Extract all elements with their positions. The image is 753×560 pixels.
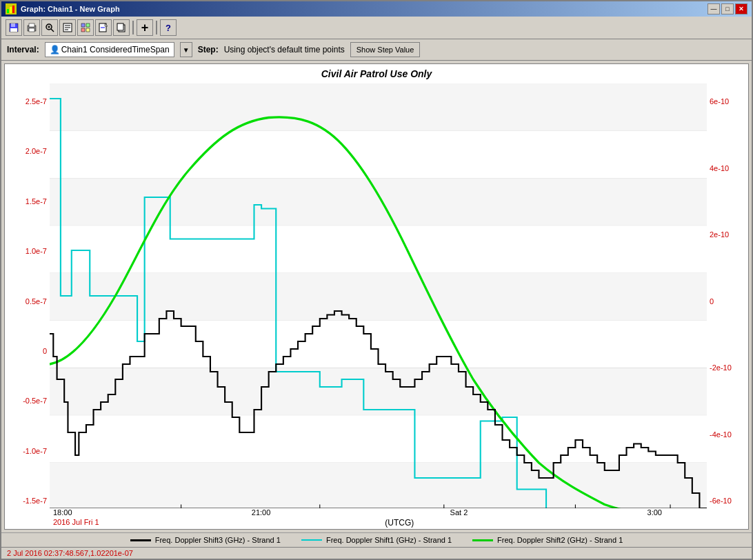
x-label-3: Sat 2	[450, 508, 468, 517]
svg-rect-2	[12, 6, 14, 13]
interval-dropdown-arrow[interactable]: ▼	[180, 42, 192, 57]
svg-rect-18	[86, 23, 90, 27]
status-bar: 2 Jul 2016 02:37:48.567,1.02201e-07	[1, 547, 752, 559]
svg-rect-19	[81, 28, 85, 32]
x-label-4: 3:00	[647, 508, 662, 517]
step-value: Using object's default time points	[224, 45, 345, 54]
svg-rect-37	[50, 368, 707, 415]
print-button[interactable]	[23, 19, 40, 36]
svg-rect-1	[10, 7, 12, 13]
add-button[interactable]: +	[137, 19, 153, 36]
x-axis-bottom: 2016 Jul Fri 1 (UTCG)	[5, 518, 748, 529]
interval-value: Chain1 ConsideredTimeSpan	[61, 45, 170, 54]
svg-rect-34	[50, 83, 707, 130]
date-left: 2016 Jul Fri 1	[53, 518, 99, 528]
close-button[interactable]: ✕	[735, 3, 747, 14]
legend-label-green: Freq. Doppler Shift2 (GHz) - Strand 1	[497, 536, 623, 544]
interval-bar: Interval: 👤 Chain1 ConsideredTimeSpan ▼ …	[1, 39, 752, 61]
legend-line-black	[130, 539, 151, 541]
y-axis-left: 2.5e-7 2.0e-7 1.5e-7 1.0e-7 0.5e-7 0 -0.…	[5, 83, 50, 508]
svg-rect-17	[81, 23, 85, 27]
legend-item-cyan: Freq. Doppler Shift1 (GHz) - Strand 1	[301, 536, 452, 544]
svg-rect-36	[50, 273, 707, 320]
svg-rect-20	[86, 28, 90, 32]
zoom-button[interactable]	[41, 19, 58, 36]
svg-rect-24	[117, 23, 123, 30]
x-label-1: 18:00	[53, 508, 72, 517]
toolbar-separator2	[156, 21, 157, 34]
title-bar: Graph: Chain1 - New Graph — □ ✕	[1, 1, 752, 17]
svg-rect-5	[10, 28, 17, 32]
save-button[interactable]	[6, 19, 22, 36]
legend-item-green: Freq. Doppler Shift2 (GHz) - Strand 1	[472, 536, 623, 544]
legend-line-green	[472, 539, 493, 541]
properties-button[interactable]	[59, 19, 76, 36]
help-button[interactable]: ?	[160, 19, 177, 36]
step-label: Step:	[198, 45, 219, 54]
minimize-button[interactable]: —	[707, 3, 720, 14]
svg-rect-7	[29, 23, 34, 27]
graph-area: Civil Air Patrol Use Only 2.5e-7 2.0e-7 …	[4, 63, 749, 530]
x-label-2: 21:00	[252, 508, 271, 517]
person-icon: 👤	[50, 45, 60, 54]
status-value: 2 Jul 2016 02:37:48.567,1.02201e-07	[7, 549, 133, 557]
window-title: Graph: Chain1 - New Graph	[21, 5, 120, 13]
svg-rect-35	[50, 179, 707, 226]
maximize-button[interactable]: □	[721, 3, 734, 14]
legend-bar: Freq. Doppler Shift3 (GHz) - Strand 1 Fr…	[1, 532, 752, 547]
interval-dropdown[interactable]: 👤 Chain1 ConsideredTimeSpan	[45, 42, 174, 57]
y-axis-right: 6e-10 4e-10 2e-10 0 -2e-10 -4e-10 -6e-10	[707, 83, 748, 508]
legend-label-black: Freq. Doppler Shift3 (GHz) - Strand 1	[155, 536, 281, 544]
title-bar-left: Graph: Chain1 - New Graph	[6, 3, 120, 14]
svg-rect-8	[29, 28, 34, 32]
title-bar-buttons: — □ ✕	[707, 3, 747, 14]
toolbar-separator	[132, 21, 134, 34]
utcg-label: (UTCG)	[385, 518, 414, 528]
legend-item-black: Freq. Doppler Shift3 (GHz) - Strand 1	[130, 536, 281, 544]
x-axis-labels: 18:00 21:00 Sat 2 3:00	[53, 508, 662, 517]
legend-label-cyan: Freq. Doppler Shift1 (GHz) - Strand 1	[326, 536, 452, 544]
export-button[interactable]	[95, 19, 112, 36]
legend-line-cyan	[301, 539, 322, 541]
interval-label: Interval:	[7, 45, 39, 54]
toolbar: + ?	[1, 17, 752, 39]
svg-rect-4	[11, 23, 15, 27]
graph-title: Civil Air Patrol Use Only	[5, 64, 748, 83]
graph-icon	[6, 3, 17, 14]
chart-container[interactable]	[50, 83, 707, 508]
main-chart[interactable]	[50, 83, 707, 508]
svg-rect-0	[7, 9, 9, 13]
svg-line-10	[51, 29, 54, 32]
layers-button[interactable]	[77, 19, 94, 36]
copy-button[interactable]	[113, 19, 130, 36]
show-step-button[interactable]: Show Step Value	[350, 42, 421, 57]
main-window: Graph: Chain1 - New Graph — □ ✕	[0, 0, 753, 560]
